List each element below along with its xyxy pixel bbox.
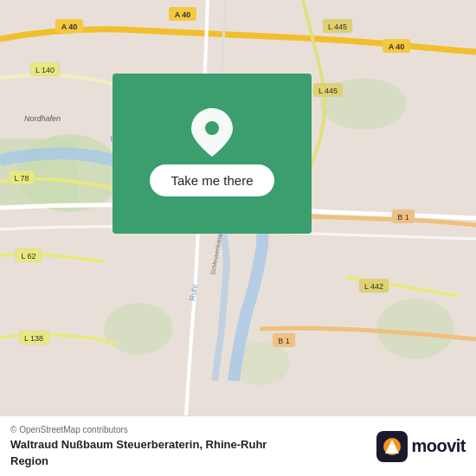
- svg-text:B 1: B 1: [278, 337, 290, 345]
- svg-text:L 138: L 138: [24, 334, 43, 343]
- popup-overlay: Take me there: [113, 74, 312, 234]
- svg-text:A 40: A 40: [389, 42, 405, 51]
- osm-credit: © OpenStreetMap contributors: [10, 425, 267, 434]
- svg-text:A 40: A 40: [175, 10, 191, 19]
- svg-text:L 445: L 445: [328, 23, 347, 31]
- svg-text:Nordhafen: Nordhafen: [24, 114, 61, 123]
- svg-point-37: [205, 121, 219, 135]
- svg-point-5: [104, 303, 173, 355]
- svg-text:L 140: L 140: [35, 66, 55, 74]
- svg-text:B 1: B 1: [397, 213, 409, 222]
- svg-point-4: [376, 299, 454, 359]
- moovit-icon: [376, 431, 408, 462]
- take-me-there-button[interactable]: Take me there: [150, 164, 273, 196]
- location-subtitle: Region: [10, 454, 267, 467]
- moovit-logo: moovit: [376, 431, 466, 462]
- svg-text:L 62: L 62: [21, 252, 35, 261]
- bottom-bar: © OpenStreetMap contributors Waltraud Nu…: [0, 415, 476, 476]
- svg-text:L 442: L 442: [364, 282, 383, 291]
- svg-text:L 78: L 78: [14, 174, 29, 183]
- moovit-label: moovit: [411, 436, 466, 456]
- map-container: Schleusenkanal Mülheim an der Ruhr A 40 …: [0, 0, 476, 415]
- location-pin-icon: [190, 111, 234, 154]
- svg-text:A 40: A 40: [61, 23, 78, 31]
- svg-text:L 445: L 445: [318, 87, 338, 95]
- location-title: Waltraud Nußbaum Steuerberaterin, Rhine-…: [10, 438, 267, 451]
- bottom-left-info: © OpenStreetMap contributors Waltraud Nu…: [10, 425, 267, 467]
